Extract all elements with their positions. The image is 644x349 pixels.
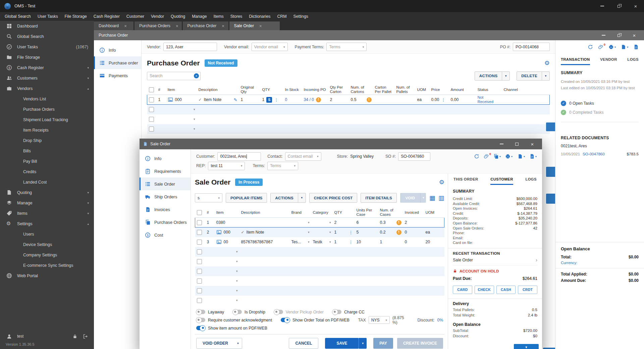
row-checkbox[interactable]: [197, 230, 202, 235]
logout-icon[interactable]: [83, 334, 88, 339]
related-doc-link[interactable]: SO-0047860: [583, 152, 605, 156]
so-nav-sale-order[interactable]: Sale Order: [140, 178, 191, 190]
sidebar-item-vendors[interactable]: Vendors▴: [0, 83, 94, 94]
sidebar-item-customers[interactable]: Customers▾: [0, 73, 94, 83]
so-nav-ship-orders[interactable]: Ship Orders: [140, 190, 191, 203]
document-icon[interactable]: ▾: [529, 154, 537, 159]
sidebar-item-web-portal[interactable]: Web Portal: [0, 270, 94, 281]
po-nav-info[interactable]: Info: [94, 44, 141, 56]
item-image-icon[interactable]: [168, 97, 173, 102]
sidebar-item-item-receipts[interactable]: Item Receipts: [0, 125, 94, 135]
sidebar-item-user-tasks[interactable]: User Tasks(1067): [0, 42, 94, 52]
sidebar-item-pay-bill[interactable]: Pay Bill: [0, 156, 94, 166]
chevron-down-icon[interactable]: ▾: [216, 299, 238, 302]
chevron-down-icon[interactable]: ▾: [313, 221, 331, 224]
menu-quoting[interactable]: Quoting: [167, 12, 189, 21]
grid-view-icon[interactable]: ▦: [429, 195, 435, 201]
row-checkbox[interactable]: [197, 288, 202, 293]
row-checkbox[interactable]: [197, 259, 202, 264]
so-nav-invoices[interactable]: Invoices: [140, 203, 191, 216]
toggle-require-customer-acknowledgment[interactable]: Require customer acknowledgment: [196, 318, 272, 322]
row-checkbox[interactable]: [197, 269, 202, 274]
in-stock-link[interactable]: 0: [285, 97, 287, 102]
close-button[interactable]: ×: [627, 0, 644, 12]
card-button[interactable]: CARD: [453, 286, 472, 294]
so-minimize-button[interactable]: [494, 139, 509, 149]
hidden-button-fragment[interactable]: [546, 194, 555, 204]
so-nav-purchase-orders[interactable]: Purchase Orders: [140, 216, 191, 229]
select-all-checkbox[interactable]: [149, 87, 154, 92]
mail-icon[interactable]: ▾: [517, 154, 525, 159]
tab-close-icon[interactable]: ×: [259, 24, 262, 28]
gear-icon[interactable]: ⚙: [439, 179, 444, 185]
row-status[interactable]: Not Received: [478, 95, 500, 104]
sidebar-item-quoting[interactable]: Quoting▾: [0, 187, 94, 198]
toggle-switch[interactable]: [196, 310, 205, 314]
item-image-icon[interactable]: [216, 230, 222, 235]
cash-button[interactable]: CASH: [496, 286, 516, 294]
po-window-titlebar[interactable]: Purchase Order ×: [94, 30, 644, 40]
tab-logs[interactable]: LOGS: [525, 177, 537, 185]
sidebar-item-cash-register[interactable]: Cash Register▾: [0, 62, 94, 73]
toggle-show-item-amount[interactable]: Show item amount on PDF/WEB: [196, 326, 267, 331]
lock-icon[interactable]: [72, 334, 77, 339]
panel-bottom-dropdown-button[interactable]: ▼: [514, 344, 539, 349]
minimize-button[interactable]: [594, 0, 610, 12]
chevron-down-icon[interactable]: ▾: [308, 240, 310, 244]
menu-cash-register[interactable]: Cash Register: [90, 12, 123, 21]
kebab-menu-icon[interactable]: ⋮: [274, 98, 278, 102]
gear-icon[interactable]: ⚙: [544, 60, 550, 66]
so-empty-row[interactable]: ▾: [195, 266, 444, 276]
sidebar-item-device-settings[interactable]: Device Settings: [0, 239, 94, 250]
chevron-down-icon[interactable]: ▾: [216, 260, 238, 263]
delete-button[interactable]: DELETE▼: [517, 71, 550, 81]
po-minimize-button[interactable]: [596, 30, 611, 40]
pay-button[interactable]: PAY: [373, 338, 393, 349]
so-empty-row[interactable]: ▾: [195, 257, 444, 266]
credit-button[interactable]: CRDT: [518, 286, 537, 294]
filter-select[interactable]: s▾: [195, 193, 222, 202]
chevron-down-icon[interactable]: ▾: [216, 279, 238, 283]
sidebar-item-bills[interactable]: Bills: [0, 146, 94, 156]
toggle-charge-cc[interactable]: Charge CC: [332, 310, 365, 314]
column-view-icon[interactable]: ▥: [438, 195, 444, 201]
hidden-button-fragment[interactable]: [546, 122, 555, 131]
currency-link[interactable]: Currency:: [561, 261, 639, 265]
recent-transaction-item[interactable]: Sale Order ›: [453, 255, 537, 265]
po-number-input[interactable]: PO-0014068: [513, 43, 550, 51]
toggle-switch[interactable]: [281, 318, 290, 322]
sidebar-item-users[interactable]: Users: [0, 229, 94, 239]
hidden-button-fragment[interactable]: [546, 167, 555, 177]
discount-value[interactable]: 0%: [437, 318, 443, 322]
tab-this-order[interactable]: THIS ORDER: [453, 177, 478, 185]
chevron-down-icon[interactable]: ▾: [313, 231, 331, 234]
toggle-is-dropship[interactable]: Is Dropship: [233, 310, 265, 314]
document-icon[interactable]: [633, 44, 639, 50]
sidebar-item-company-settings[interactable]: Company Settings: [0, 250, 94, 260]
tab-customer[interactable]: CUSTOMER: [490, 177, 513, 185]
refresh-icon[interactable]: [588, 44, 593, 50]
chevron-down-icon[interactable]: ▾: [216, 250, 238, 253]
tab-close-icon[interactable]: ×: [176, 24, 178, 28]
terms-select[interactable]: Terms▾: [267, 162, 298, 170]
sidebar-item-drop-ship[interactable]: Drop Ship: [0, 135, 94, 146]
rep-select[interactable]: test 11▾: [208, 162, 245, 170]
so-nav-info[interactable]: Info: [140, 152, 191, 165]
toggle-switch[interactable]: [233, 310, 242, 314]
po-restore-button[interactable]: [611, 30, 627, 40]
user-row[interactable]: test: [0, 331, 94, 341]
tab-logs[interactable]: LOGS: [627, 57, 639, 65]
po-close-button[interactable]: ×: [627, 30, 642, 40]
so-window-titlebar[interactable]: Sale Order ×: [140, 139, 542, 149]
sidebar-item-vendors-list[interactable]: Vendors List: [0, 94, 94, 104]
tab-sale-order[interactable]: Sale Order×: [229, 21, 280, 30]
menu-global-search[interactable]: Global Search: [1, 12, 34, 21]
toggle-switch[interactable]: [332, 310, 341, 314]
kebab-menu-icon[interactable]: ⋮: [441, 98, 445, 102]
copy-icon[interactable]: ▾: [493, 154, 501, 159]
menu-settings[interactable]: Settings: [290, 12, 311, 21]
chevron-down-icon[interactable]: ▾: [168, 117, 195, 121]
menu-user-tasks[interactable]: User Tasks: [34, 12, 61, 21]
row-checkbox[interactable]: [149, 97, 154, 102]
print-icon[interactable]: ▾: [608, 44, 616, 50]
